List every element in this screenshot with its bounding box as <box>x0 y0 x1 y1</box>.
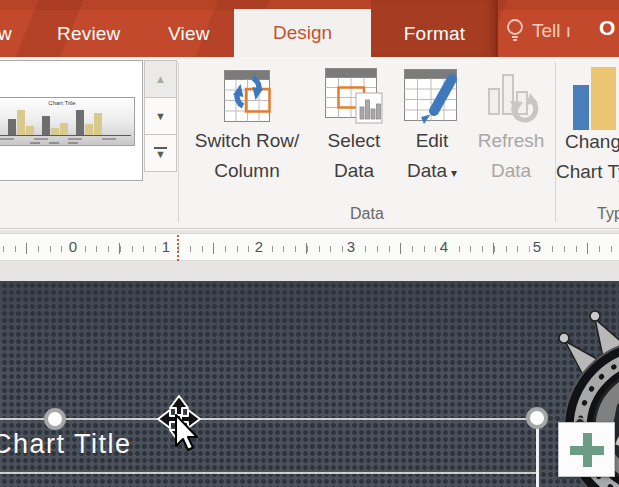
gallery-down-icon: ▼ <box>155 110 166 122</box>
button-label-line2: Data <box>491 158 531 184</box>
refresh-data-button: Refresh Data <box>469 64 553 194</box>
gallery-up-icon: ▲ <box>155 73 166 85</box>
slide-chart-title[interactable]: Chart Title <box>0 429 132 460</box>
tab-view[interactable]: View <box>168 23 210 45</box>
thumb-bar <box>26 126 34 135</box>
edit-data-icon <box>403 64 461 128</box>
thumb-bar-group <box>8 110 34 135</box>
selection-border-top <box>0 418 538 420</box>
button-label-line1: Select <box>328 128 381 154</box>
gallery-scroll-down-button[interactable]: ▼ <box>144 97 177 135</box>
select-data-button[interactable]: Select Data <box>313 64 395 194</box>
chart-style-thumbnail[interactable]: Chart Title <box>0 97 135 146</box>
slide-canvas[interactable]: Chart Title <box>0 281 619 487</box>
selection-border-bottom <box>0 472 537 474</box>
selection-handle[interactable] <box>44 408 66 430</box>
chart-styles-gallery: Chart Title <box>0 60 143 181</box>
thumb-bar <box>42 116 50 135</box>
thumb-bar-group <box>76 110 102 135</box>
change-chart-type-label-line2[interactable]: Chart Type <box>556 161 619 183</box>
thumb-bar <box>85 124 93 135</box>
button-label-line2: Data <box>334 158 374 184</box>
gallery-scroll-up-button[interactable]: ▲ <box>144 60 177 98</box>
ruler-number: 1 <box>159 238 173 255</box>
ruler-number: 4 <box>437 238 451 255</box>
thumbnail-axis <box>0 135 131 136</box>
switch-row-column-button[interactable]: Switch Row/ Column <box>183 64 311 194</box>
thumb-bar <box>76 110 84 135</box>
ruler-number: 0 <box>66 238 80 255</box>
data-group-label: Data <box>350 205 384 223</box>
gallery-more-icon: ▼ <box>154 147 167 159</box>
type-group-label: Type <box>597 205 619 223</box>
move-cursor-icon <box>148 394 208 456</box>
chart-elements-plus-icon <box>583 433 592 467</box>
edit-data-button[interactable]: Edit Data▾ <box>395 64 469 194</box>
tab-partial-left[interactable]: w <box>0 23 12 45</box>
ruler-position-indicator <box>177 235 179 261</box>
group-separator <box>178 62 179 222</box>
ruler-number: 3 <box>344 238 358 255</box>
account-partial-label: O <box>599 16 615 40</box>
ruler-ticks <box>0 234 619 260</box>
button-label-line1: Switch Row/ <box>195 128 300 154</box>
ruler-number: 2 <box>252 238 266 255</box>
group-separator <box>555 62 556 222</box>
refresh-data-icon <box>482 64 540 128</box>
tab-format[interactable]: Format <box>371 23 498 45</box>
edit-data-caret-icon: ▾ <box>451 166 457 180</box>
ribbon-tab-bar: w Review View Design Format Tell ı O <box>0 0 619 57</box>
tab-design-label: Design <box>273 22 332 44</box>
tell-me-box[interactable]: Tell ı <box>505 18 571 44</box>
tab-review[interactable]: Review <box>57 23 121 45</box>
lightbulb-icon <box>505 18 525 44</box>
thumb-bar <box>94 113 102 135</box>
switch-row-column-icon <box>223 64 271 128</box>
tell-me-label: Tell ı <box>532 20 571 42</box>
thumb-bar <box>51 128 59 135</box>
button-label-line2: Data▾ <box>407 158 457 186</box>
button-label-line2: Column <box>214 158 279 184</box>
thumb-bars <box>0 105 130 135</box>
ribbon: Chart Title ▲ ▼ ▼ <box>0 57 619 229</box>
chart-elements-button[interactable] <box>558 422 615 477</box>
powerpoint-window: w Review View Design Format Tell ı O Cha… <box>0 0 619 487</box>
thumbnail-legend <box>30 142 86 144</box>
thumb-bar <box>60 123 68 135</box>
thumbnail-category-labels <box>0 138 126 140</box>
selection-handle[interactable] <box>526 407 548 429</box>
thumb-bar <box>17 110 25 135</box>
ruler-number: 5 <box>530 238 544 255</box>
button-label-line1: Edit <box>416 128 449 154</box>
thumb-bar-group <box>42 116 68 135</box>
button-label-line1: Refresh <box>478 128 545 154</box>
gallery-more-button[interactable]: ▼ <box>144 134 177 172</box>
selection-border-right <box>536 421 539 487</box>
change-chart-type-label-line1[interactable]: Change <box>565 131 619 153</box>
ruler-zone: 012345 <box>0 230 619 281</box>
thumb-bar <box>8 119 16 135</box>
horizontal-ruler: 012345 <box>0 233 619 261</box>
select-data-icon <box>324 64 384 128</box>
tab-design[interactable]: Design <box>234 9 371 57</box>
contextual-tab-group: Format <box>371 0 498 57</box>
change-chart-type-icon[interactable] <box>573 67 619 134</box>
gallery-scroll-buttons: ▲ ▼ ▼ <box>144 60 177 172</box>
